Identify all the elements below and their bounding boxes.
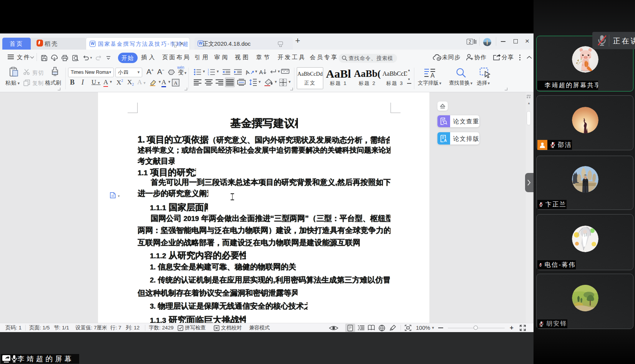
- svg-text:A: A: [246, 68, 250, 76]
- svg-text:2: 2: [208, 71, 209, 74]
- svg-text:1: 1: [208, 68, 209, 71]
- svg-text:A: A: [431, 72, 435, 78]
- svg-text:A: A: [174, 80, 178, 86]
- svg-text:3: 3: [208, 74, 209, 75]
- svg-text:A: A: [259, 69, 263, 75]
- svg-text:A: A: [444, 138, 447, 142]
